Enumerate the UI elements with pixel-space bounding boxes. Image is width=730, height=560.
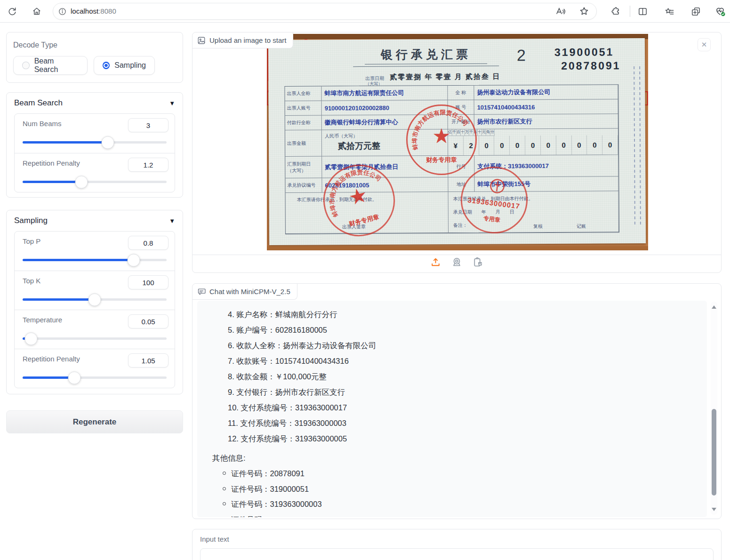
upload-source-button[interactable]: [430, 256, 441, 270]
slider-track[interactable]: [23, 141, 167, 144]
parameter-row: Repetition Penalty 1.2: [15, 153, 175, 192]
scroll-down-arrow-icon[interactable]: [712, 508, 716, 511]
chat-bullet-text: 证件号码：319363000003: [231, 500, 322, 508]
bill-amount-prefix: 人民币（大写）: [325, 133, 358, 139]
chat-panel-header-label: Chat with MiniCPM-V_2.5: [209, 288, 290, 296]
sampling-accordion-header[interactable]: Sampling ▼: [7, 210, 183, 231]
sampling-panel: Sampling ▼ Top P 0.8 Top K 100: [6, 210, 183, 394]
chat-bullet-list: 证件号码：20878091 证件号码：319000051 证件号码：319363…: [212, 466, 698, 517]
parameter-value-input[interactable]: 1.05: [128, 353, 168, 368]
image-panel-header-label: Upload an image to start: [209, 36, 286, 44]
chat-scrollbar[interactable]: [711, 302, 717, 515]
parameter-label: Top P: [23, 237, 40, 245]
text-input-field[interactable]: [200, 548, 714, 560]
image-panel-header: Upload an image to start: [193, 32, 293, 48]
sampling-title: Sampling: [14, 216, 48, 225]
bill-page-number: 2: [517, 46, 526, 64]
upload-icon: [430, 256, 441, 268]
refresh-icon: [7, 6, 17, 16]
decode-type-panel: Decode Type Beam Search Sampling: [6, 32, 183, 83]
chat-panel-header: Chat with MiniCPM-V_2.5: [193, 284, 297, 300]
parameter-value-input[interactable]: 0.05: [128, 314, 168, 328]
slider-handle[interactable]: [127, 254, 140, 266]
slider-track[interactable]: [23, 376, 167, 379]
bill-title-underline: [353, 66, 499, 67]
bill-remark-label: 备注：: [453, 222, 467, 229]
bill-payer-bank-label: 付款行全称: [285, 116, 322, 130]
bill-drawer-acct-label: 出票人账号: [285, 101, 322, 116]
bill-due-label: 汇票到期日（大写）: [285, 157, 322, 178]
browser-essentials-icon: [714, 6, 726, 17]
close-icon: ✕: [701, 40, 707, 49]
beam-search-accordion-header[interactable]: Beam Search ▼: [7, 93, 183, 113]
parameter-label: Top K: [23, 277, 40, 285]
split-screen-button[interactable]: [634, 3, 651, 20]
slider-fill: [23, 141, 108, 144]
scroll-up-arrow-icon[interactable]: [712, 305, 716, 309]
radio-sampling[interactable]: Sampling: [94, 56, 155, 75]
chat-numbered-list: 4. 账户名称：鲜城南航分行分行 5. 账户编号：602816180005 6.…: [212, 307, 698, 447]
image-upload-panel: Upload an image to start ✕ 银行承兑汇票 2 3190…: [192, 32, 722, 273]
input-text-label: Input text: [200, 535, 229, 543]
bill-payee-acct-value: 10157410400434316: [474, 99, 618, 115]
chat-list-item: 11. 支付系统编号：319363000003: [212, 416, 698, 431]
close-image-button[interactable]: ✕: [698, 38, 711, 51]
chat-list-item: 12. 支付系统编号：319363000005: [212, 431, 698, 447]
bill-payee-value: 扬州泰达动力设备有限公司: [474, 85, 618, 100]
parameter-value-input[interactable]: 100: [128, 275, 168, 289]
chat-list-item: 10. 支付系统编号：319363000017: [212, 400, 698, 416]
parameter-row: Top K 100: [15, 271, 175, 310]
amount-unit-cell: 十: [478, 129, 482, 136]
star-icon: ★: [408, 124, 475, 148]
collections-button[interactable]: [687, 3, 704, 20]
split-screen-icon: [637, 6, 648, 17]
parameter-value-input[interactable]: 0.8: [128, 236, 168, 250]
image-icon: [197, 36, 206, 45]
slider-fill: [23, 259, 134, 261]
parameter-value-input[interactable]: 3: [128, 118, 168, 132]
slider-handle[interactable]: [25, 332, 38, 345]
toolbar-divider: [630, 6, 630, 17]
chat-bullet-text: 证件号码：: [231, 515, 270, 517]
radio-unselected-icon: [22, 62, 30, 69]
url-host: localhost: [71, 7, 98, 15]
site-info-icon[interactable]: [58, 7, 67, 16]
radio-beam-search-label: Beam Search: [34, 57, 79, 74]
favorites-list-button[interactable]: [661, 3, 678, 20]
radio-beam-search[interactable]: Beam Search: [13, 56, 88, 75]
slider-track[interactable]: [23, 259, 167, 261]
slider-track[interactable]: [23, 298, 167, 301]
radio-sampling-label: Sampling: [114, 61, 146, 70]
browser-essentials-button[interactable]: [712, 3, 729, 20]
chat-message-body: 4. 账户名称：鲜城南航分行分行 5. 账户编号：602816180005 6.…: [197, 301, 707, 517]
paste-source-button[interactable]: [472, 256, 484, 270]
home-button[interactable]: [28, 3, 45, 20]
webcam-source-button[interactable]: [451, 256, 463, 270]
slider-track[interactable]: [23, 181, 167, 183]
amount-unit-cell: 分: [490, 129, 495, 136]
regenerate-button[interactable]: Regenerate: [6, 410, 183, 433]
bill-title-underline: [365, 64, 487, 64]
sampling-params: Top P 0.8 Top K 100: [14, 231, 175, 388]
slider-handle[interactable]: [75, 176, 88, 188]
chevron-down-icon: ▼: [169, 100, 175, 107]
beam-search-panel: Beam Search ▼ Num Beams 3 Repetition Pen…: [6, 92, 183, 198]
bill-payee-bank-value: 扬州市农行新区支行: [474, 114, 618, 129]
uploaded-image[interactable]: 银行承兑汇票 2 31900051 20878091 出票日期 （大写） 贰零壹…: [267, 34, 648, 250]
slider-handle[interactable]: [68, 371, 81, 384]
favorite-star-icon[interactable]: [578, 6, 590, 17]
amount-digit-cell: 0: [587, 135, 602, 154]
refresh-button[interactable]: [4, 3, 21, 20]
slider-track[interactable]: [23, 337, 167, 340]
parameter-value-input[interactable]: 1.2: [128, 158, 168, 172]
chat-bubble-icon: [197, 288, 206, 296]
parameter-label: Repetition Penalty: [23, 159, 80, 167]
read-aloud-icon[interactable]: [555, 6, 566, 17]
amount-digit-cell: 0: [525, 136, 541, 155]
scrollbar-thumb[interactable]: [712, 409, 716, 496]
address-bar[interactable]: localhost:8080: [53, 3, 597, 20]
extensions-button[interactable]: [607, 3, 624, 20]
slider-handle[interactable]: [101, 136, 114, 149]
slider-handle[interactable]: [88, 293, 101, 306]
webcam-icon: [451, 256, 463, 268]
